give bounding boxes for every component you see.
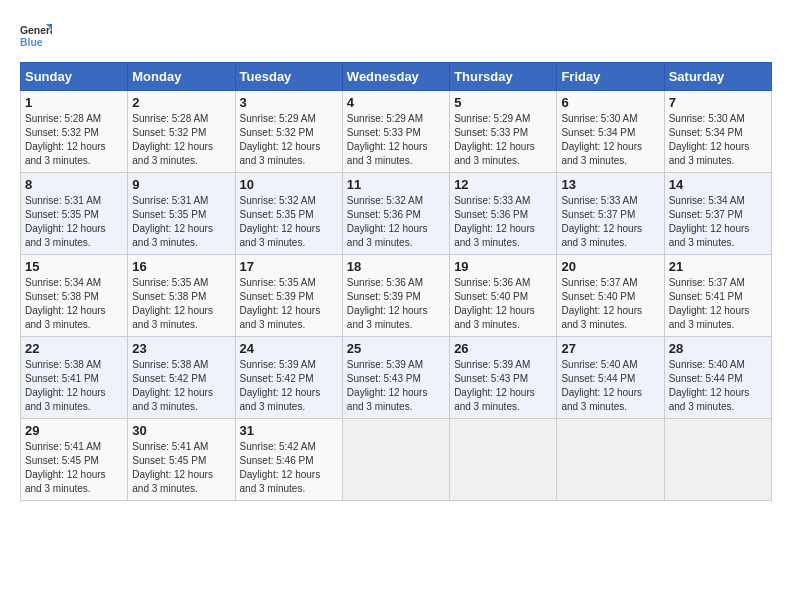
day-number: 17 [240, 259, 338, 274]
daylight-label: Daylight: 12 hours and 3 minutes. [454, 141, 535, 166]
svg-text:Blue: Blue [20, 37, 43, 48]
calendar-cell: 16 Sunrise: 5:35 AM Sunset: 5:38 PM Dayl… [128, 255, 235, 337]
sunrise-label: Sunrise: 5:31 AM [25, 195, 101, 206]
day-content: Sunrise: 5:30 AM Sunset: 5:34 PM Dayligh… [561, 112, 659, 168]
calendar-cell: 30 Sunrise: 5:41 AM Sunset: 5:45 PM Dayl… [128, 419, 235, 501]
day-content: Sunrise: 5:31 AM Sunset: 5:35 PM Dayligh… [25, 194, 123, 250]
day-content: Sunrise: 5:30 AM Sunset: 5:34 PM Dayligh… [669, 112, 767, 168]
day-content: Sunrise: 5:32 AM Sunset: 5:36 PM Dayligh… [347, 194, 445, 250]
sunset-label: Sunset: 5:36 PM [347, 209, 421, 220]
sunset-label: Sunset: 5:32 PM [25, 127, 99, 138]
daylight-label: Daylight: 12 hours and 3 minutes. [132, 223, 213, 248]
sunrise-label: Sunrise: 5:38 AM [25, 359, 101, 370]
day-number: 1 [25, 95, 123, 110]
daylight-label: Daylight: 12 hours and 3 minutes. [347, 141, 428, 166]
sunset-label: Sunset: 5:42 PM [132, 373, 206, 384]
sunset-label: Sunset: 5:37 PM [669, 209, 743, 220]
sunrise-label: Sunrise: 5:29 AM [454, 113, 530, 124]
header-tuesday: Tuesday [235, 63, 342, 91]
calendar-week-row: 8 Sunrise: 5:31 AM Sunset: 5:35 PM Dayli… [21, 173, 772, 255]
day-number: 6 [561, 95, 659, 110]
daylight-label: Daylight: 12 hours and 3 minutes. [240, 305, 321, 330]
day-content: Sunrise: 5:39 AM Sunset: 5:43 PM Dayligh… [454, 358, 552, 414]
day-content: Sunrise: 5:32 AM Sunset: 5:35 PM Dayligh… [240, 194, 338, 250]
sunrise-label: Sunrise: 5:42 AM [240, 441, 316, 452]
day-content: Sunrise: 5:33 AM Sunset: 5:36 PM Dayligh… [454, 194, 552, 250]
daylight-label: Daylight: 12 hours and 3 minutes. [347, 305, 428, 330]
day-number: 10 [240, 177, 338, 192]
day-content: Sunrise: 5:28 AM Sunset: 5:32 PM Dayligh… [25, 112, 123, 168]
calendar-cell: 2 Sunrise: 5:28 AM Sunset: 5:32 PM Dayli… [128, 91, 235, 173]
day-number: 12 [454, 177, 552, 192]
sunrise-label: Sunrise: 5:39 AM [240, 359, 316, 370]
day-number: 25 [347, 341, 445, 356]
sunset-label: Sunset: 5:45 PM [25, 455, 99, 466]
sunset-label: Sunset: 5:40 PM [561, 291, 635, 302]
sunrise-label: Sunrise: 5:28 AM [132, 113, 208, 124]
calendar-cell: 5 Sunrise: 5:29 AM Sunset: 5:33 PM Dayli… [450, 91, 557, 173]
daylight-label: Daylight: 12 hours and 3 minutes. [561, 223, 642, 248]
day-number: 16 [132, 259, 230, 274]
sunrise-label: Sunrise: 5:34 AM [25, 277, 101, 288]
day-content: Sunrise: 5:40 AM Sunset: 5:44 PM Dayligh… [669, 358, 767, 414]
calendar-cell: 26 Sunrise: 5:39 AM Sunset: 5:43 PM Dayl… [450, 337, 557, 419]
day-content: Sunrise: 5:33 AM Sunset: 5:37 PM Dayligh… [561, 194, 659, 250]
sunrise-label: Sunrise: 5:36 AM [347, 277, 423, 288]
sunset-label: Sunset: 5:46 PM [240, 455, 314, 466]
day-number: 18 [347, 259, 445, 274]
calendar-cell: 8 Sunrise: 5:31 AM Sunset: 5:35 PM Dayli… [21, 173, 128, 255]
day-number: 14 [669, 177, 767, 192]
header-wednesday: Wednesday [342, 63, 449, 91]
calendar-cell [664, 419, 771, 501]
calendar-cell [557, 419, 664, 501]
day-content: Sunrise: 5:39 AM Sunset: 5:43 PM Dayligh… [347, 358, 445, 414]
sunrise-label: Sunrise: 5:36 AM [454, 277, 530, 288]
sunrise-label: Sunrise: 5:40 AM [561, 359, 637, 370]
calendar-cell: 15 Sunrise: 5:34 AM Sunset: 5:38 PM Dayl… [21, 255, 128, 337]
day-content: Sunrise: 5:38 AM Sunset: 5:41 PM Dayligh… [25, 358, 123, 414]
day-number: 30 [132, 423, 230, 438]
day-number: 4 [347, 95, 445, 110]
day-number: 5 [454, 95, 552, 110]
day-number: 13 [561, 177, 659, 192]
daylight-label: Daylight: 12 hours and 3 minutes. [454, 305, 535, 330]
sunset-label: Sunset: 5:33 PM [347, 127, 421, 138]
sunrise-label: Sunrise: 5:30 AM [669, 113, 745, 124]
daylight-label: Daylight: 12 hours and 3 minutes. [132, 141, 213, 166]
sunset-label: Sunset: 5:40 PM [454, 291, 528, 302]
sunset-label: Sunset: 5:32 PM [132, 127, 206, 138]
day-number: 3 [240, 95, 338, 110]
sunrise-label: Sunrise: 5:33 AM [561, 195, 637, 206]
day-number: 26 [454, 341, 552, 356]
sunrise-label: Sunrise: 5:33 AM [454, 195, 530, 206]
sunrise-label: Sunrise: 5:38 AM [132, 359, 208, 370]
day-content: Sunrise: 5:41 AM Sunset: 5:45 PM Dayligh… [132, 440, 230, 496]
sunset-label: Sunset: 5:34 PM [561, 127, 635, 138]
calendar-cell: 24 Sunrise: 5:39 AM Sunset: 5:42 PM Dayl… [235, 337, 342, 419]
calendar-cell: 10 Sunrise: 5:32 AM Sunset: 5:35 PM Dayl… [235, 173, 342, 255]
daylight-label: Daylight: 12 hours and 3 minutes. [669, 387, 750, 412]
day-content: Sunrise: 5:34 AM Sunset: 5:38 PM Dayligh… [25, 276, 123, 332]
day-number: 19 [454, 259, 552, 274]
calendar-cell: 31 Sunrise: 5:42 AM Sunset: 5:46 PM Dayl… [235, 419, 342, 501]
sunset-label: Sunset: 5:34 PM [669, 127, 743, 138]
daylight-label: Daylight: 12 hours and 3 minutes. [132, 469, 213, 494]
daylight-label: Daylight: 12 hours and 3 minutes. [347, 223, 428, 248]
calendar-cell: 18 Sunrise: 5:36 AM Sunset: 5:39 PM Dayl… [342, 255, 449, 337]
daylight-label: Daylight: 12 hours and 3 minutes. [25, 141, 106, 166]
daylight-label: Daylight: 12 hours and 3 minutes. [454, 387, 535, 412]
sunrise-label: Sunrise: 5:35 AM [132, 277, 208, 288]
header-monday: Monday [128, 63, 235, 91]
calendar-cell: 29 Sunrise: 5:41 AM Sunset: 5:45 PM Dayl… [21, 419, 128, 501]
calendar-table: Sunday Monday Tuesday Wednesday Thursday… [20, 62, 772, 501]
calendar-cell: 22 Sunrise: 5:38 AM Sunset: 5:41 PM Dayl… [21, 337, 128, 419]
calendar-cell: 25 Sunrise: 5:39 AM Sunset: 5:43 PM Dayl… [342, 337, 449, 419]
logo-icon: General Blue [20, 20, 52, 52]
calendar-cell [450, 419, 557, 501]
sunrise-label: Sunrise: 5:31 AM [132, 195, 208, 206]
calendar-cell: 4 Sunrise: 5:29 AM Sunset: 5:33 PM Dayli… [342, 91, 449, 173]
calendar-cell [342, 419, 449, 501]
day-content: Sunrise: 5:36 AM Sunset: 5:39 PM Dayligh… [347, 276, 445, 332]
sunset-label: Sunset: 5:44 PM [669, 373, 743, 384]
sunrise-label: Sunrise: 5:28 AM [25, 113, 101, 124]
